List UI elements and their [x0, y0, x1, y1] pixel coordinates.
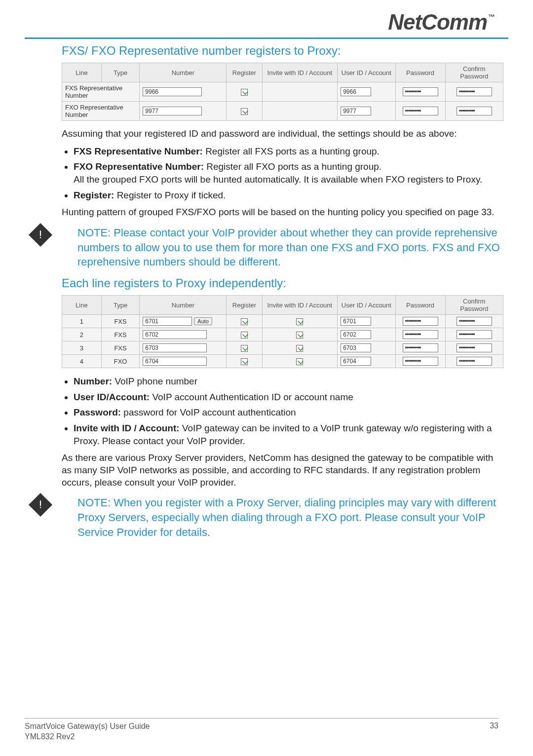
- brand-logo: NetComm™: [25, 10, 508, 38]
- header-rule: [25, 38, 508, 39]
- section1-bullets: FXS Representative Number: Register all …: [62, 145, 503, 202]
- page-footer: SmartVoice Gateway(s) User Guide YML832 …: [25, 718, 498, 742]
- section2-heading: Each line registers to Proxy independent…: [62, 276, 503, 290]
- alert-icon: [29, 223, 52, 247]
- th-password: Password: [395, 63, 445, 82]
- register-checkbox[interactable]: [241, 345, 248, 352]
- th-userid: User ID / Account: [338, 63, 395, 82]
- confirm-password-input[interactable]: ••••••••••: [457, 357, 492, 366]
- alert-icon: [29, 493, 52, 517]
- table-row: FXS Representative Number99669966•••••••…: [62, 82, 503, 102]
- th2-password: Password: [395, 296, 445, 315]
- register-checkbox[interactable]: [241, 318, 248, 325]
- footer-page-number: 33: [490, 721, 498, 742]
- th2-userid: User ID / Account: [338, 296, 395, 315]
- confirm-password-input[interactable]: ••••••••••: [457, 343, 492, 352]
- line-cell: 4: [62, 355, 102, 368]
- line-cell: 1: [62, 315, 102, 328]
- number-input[interactable]: 9977: [143, 107, 202, 115]
- table-row: 1FXS6701Auto6701••••••••••••••••••••: [62, 315, 503, 328]
- register-checkbox[interactable]: [241, 332, 248, 339]
- note-2: NOTE: When you register with a Proxy Ser…: [32, 495, 503, 539]
- type-cell: FXS: [101, 315, 139, 328]
- th2-line: Line: [62, 296, 102, 315]
- section1-intro: Assuming that your registered ID and pas…: [62, 128, 503, 140]
- invite-checkbox[interactable]: [296, 358, 303, 365]
- th2-confirm: Confirm Password: [445, 296, 503, 315]
- note-2-text: NOTE: When you register with a Proxy Ser…: [62, 495, 503, 539]
- number-input[interactable]: 6704: [143, 357, 207, 366]
- th2-number: Number: [140, 296, 227, 315]
- invite-checkbox[interactable]: [296, 345, 303, 352]
- password-input[interactable]: ••••••••••: [403, 107, 438, 115]
- th-invite: Invite with ID / Account: [262, 63, 338, 82]
- confirm-password-input[interactable]: ••••••••••: [457, 87, 492, 96]
- invite-checkbox[interactable]: [296, 318, 303, 325]
- table-row: 2FXS67026702••••••••••••••••••••: [62, 328, 503, 341]
- register-checkbox[interactable]: [241, 358, 248, 365]
- table-row: FXO Representative Number99779977•••••••…: [62, 102, 503, 121]
- invite-checkbox[interactable]: [296, 332, 303, 339]
- type-cell: FXS: [101, 341, 139, 355]
- password-input[interactable]: ••••••••••: [403, 343, 438, 352]
- auto-button[interactable]: Auto: [194, 317, 212, 325]
- th-number: Number: [140, 63, 227, 82]
- th-type: Type: [101, 63, 139, 82]
- table-row: 4FXO67046704••••••••••••••••••••: [62, 355, 503, 368]
- line-cell: 2: [62, 328, 102, 341]
- th2-type: Type: [101, 296, 139, 315]
- password-input[interactable]: ••••••••••: [403, 330, 438, 339]
- footer-title: SmartVoice Gateway(s) User Guide: [25, 722, 150, 730]
- line-type-cell: FXO Representative Number: [62, 102, 140, 121]
- userid-input[interactable]: 6703: [341, 343, 371, 352]
- type-cell: FXS: [101, 328, 139, 341]
- confirm-password-input[interactable]: ••••••••••: [457, 330, 492, 339]
- section1-outro: Hunting pattern of grouped FXS/FXO ports…: [62, 206, 503, 219]
- userid-input[interactable]: 6704: [341, 357, 371, 366]
- section2-bullets: Number: VoIP phone number User ID/Accoun…: [62, 375, 503, 447]
- line-type-cell: FXS Representative Number: [62, 82, 140, 102]
- table-row: 3FXS67036703••••••••••••••••••••: [62, 341, 503, 355]
- line-cell: 3: [62, 341, 102, 355]
- invite-cell: [262, 82, 338, 102]
- register-checkbox[interactable]: [241, 108, 248, 115]
- userid-input[interactable]: 6702: [341, 330, 371, 339]
- number-input[interactable]: 6701: [143, 317, 192, 326]
- userid-input[interactable]: 6701: [341, 317, 371, 326]
- confirm-password-input[interactable]: ••••••••••: [457, 317, 492, 326]
- footer-rev: YML832 Rev2: [25, 732, 75, 741]
- password-input[interactable]: ••••••••••: [403, 357, 438, 366]
- th2-register: Register: [227, 296, 262, 315]
- note-1-text: NOTE: Please contact your VoIP provider …: [62, 226, 503, 269]
- th-confirm: Confirm Password: [445, 63, 503, 82]
- number-input[interactable]: 9966: [143, 87, 202, 96]
- password-input[interactable]: ••••••••••: [403, 87, 438, 96]
- userid-input[interactable]: 9977: [341, 107, 371, 115]
- th2-invite: Invite with ID / Account: [262, 296, 338, 315]
- line-register-table: Line Type Number Register Invite with ID…: [62, 295, 503, 368]
- rep-number-table: Line Type Number Register Invite with ID…: [62, 63, 503, 121]
- password-input[interactable]: ••••••••••: [403, 317, 438, 326]
- confirm-password-input[interactable]: ••••••••••: [457, 107, 492, 115]
- section2-outro: As there are various Proxy Server provid…: [62, 452, 503, 489]
- type-cell: FXO: [101, 355, 139, 368]
- userid-input[interactable]: 9966: [341, 87, 371, 96]
- th-line: Line: [62, 63, 102, 82]
- register-checkbox[interactable]: [241, 89, 248, 96]
- number-input[interactable]: 6703: [143, 343, 207, 352]
- number-input[interactable]: 6702: [143, 330, 207, 339]
- invite-cell: [262, 102, 338, 121]
- th-register: Register: [227, 63, 262, 82]
- note-1: NOTE: Please contact your VoIP provider …: [32, 226, 503, 269]
- section1-heading: FXS/ FXO Representative number registers…: [62, 44, 503, 58]
